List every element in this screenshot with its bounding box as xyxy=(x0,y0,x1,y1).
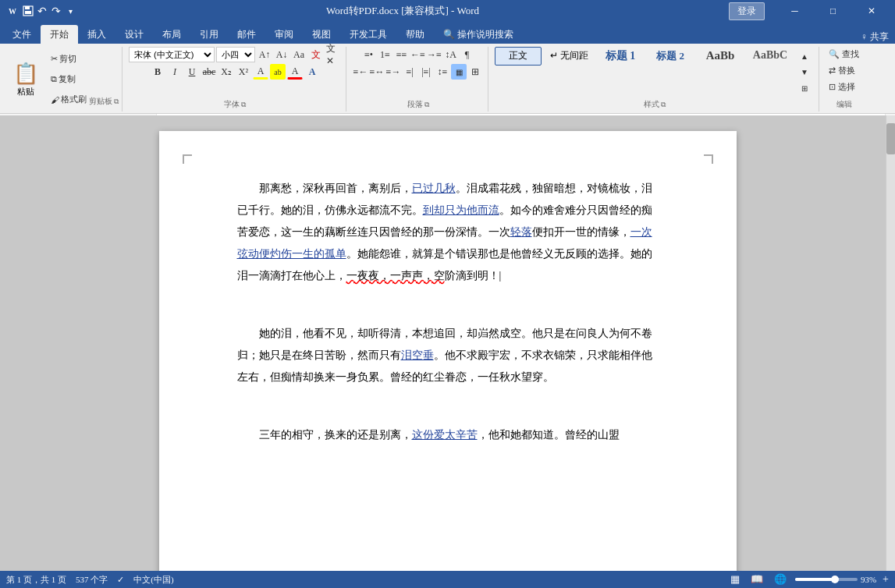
increase-indent-btn[interactable]: →≡ xyxy=(427,47,442,62)
sort-btn[interactable]: ↕A xyxy=(443,47,459,62)
styles-expand[interactable]: ⊞ xyxy=(797,80,812,96)
text-effect-btn[interactable]: A xyxy=(304,64,320,80)
tab-file[interactable]: 文件 xyxy=(3,25,41,44)
save-btn[interactable] xyxy=(22,5,34,17)
search-icon: 🔍 xyxy=(443,29,455,41)
style-heading1[interactable]: 标题 1 xyxy=(597,47,644,66)
customize-btn[interactable]: ▾ xyxy=(64,5,76,17)
font-row1: 宋体 (中文正文) 小四 A↑ A↓ Aa 文 文✕ xyxy=(129,47,341,62)
font-color-btn[interactable]: A xyxy=(253,64,268,80)
numbering-btn[interactable]: 1≡ xyxy=(378,47,393,62)
paste-label: 粘贴 xyxy=(17,86,34,97)
paragraph-3[interactable]: 三年的相守，换来的还是别离，这份爱太辛苦，他和她都知道。曾经的山盟 xyxy=(237,424,659,446)
undo-btn[interactable]: ↶ xyxy=(36,5,48,17)
paste-icon: 📋 xyxy=(13,62,38,86)
font-size-select[interactable]: 小四 xyxy=(216,47,255,62)
multilevel-btn[interactable]: ≡≡ xyxy=(394,47,410,62)
zoom-slider[interactable] xyxy=(795,578,858,581)
copy-button[interactable]: ⧉ 复制 xyxy=(48,73,89,86)
login-button[interactable]: 登录 xyxy=(729,2,765,20)
styles-group: 正文 ↵ 无间距 标题 1 标题 2 AaBb AaBbC ▲ ▼ ⊞ 样式 ⧉ xyxy=(490,47,819,112)
redo-btn[interactable]: ↷ xyxy=(50,5,62,17)
clear-format-btn[interactable]: 文✕ xyxy=(325,47,341,62)
paragraph-expand-icon[interactable]: ⧉ xyxy=(424,101,429,109)
superscript-btn[interactable]: X² xyxy=(236,64,251,80)
zoom-percent: 93% xyxy=(861,575,876,584)
border-btn[interactable]: ⊞ xyxy=(467,64,483,80)
vertical-scrollbar[interactable] xyxy=(886,115,895,571)
align-center-btn[interactable]: ≡↔ xyxy=(369,64,385,80)
decrease-font-btn[interactable]: A↓ xyxy=(274,47,289,62)
format-painter-button[interactable]: 🖌 格式刷 xyxy=(48,93,89,106)
justify-btn[interactable]: ≡| xyxy=(402,64,417,80)
char-shading-btn[interactable]: 文 xyxy=(308,47,324,62)
zoom-thumb[interactable] xyxy=(831,576,839,583)
align-left-btn[interactable]: ≡← xyxy=(353,64,368,80)
change-case-btn[interactable]: Aa xyxy=(291,47,307,62)
tab-home[interactable]: 开始 xyxy=(41,25,78,44)
close-button[interactable]: ✕ xyxy=(854,0,889,22)
tab-search[interactable]: 🔍 操作说明搜索 xyxy=(434,25,523,44)
clipboard-group: 📋 粘贴 ✂ 剪切 ⧉ 复制 🖌 格式刷 剪贴板 ⧉ xyxy=(3,47,123,112)
style-aabbcc-2[interactable]: AaBbC xyxy=(747,47,794,66)
tab-references[interactable]: 引用 xyxy=(190,25,228,44)
line-spacing-btn[interactable]: ↕≡ xyxy=(435,64,450,80)
strikethrough-btn[interactable]: abc xyxy=(201,64,217,80)
font-color2-btn[interactable]: A xyxy=(287,64,303,80)
select-button[interactable]: ⊡ 选择 xyxy=(826,80,858,94)
distribute-btn[interactable]: |≡| xyxy=(418,64,434,80)
underline-span-2: 到却只为他而流 xyxy=(423,204,499,216)
tab-mailings[interactable]: 邮件 xyxy=(228,25,265,44)
bold-button[interactable]: B xyxy=(150,64,165,80)
style-normal[interactable]: 正文 xyxy=(495,47,542,66)
read-mode-btn[interactable]: 📖 xyxy=(748,572,765,586)
style-no-spacing[interactable]: ↵ 无间距 xyxy=(545,47,594,66)
replace-button[interactable]: ⇄ 替换 xyxy=(826,63,858,78)
cut-label: 剪切 xyxy=(59,53,76,65)
increase-font-btn[interactable]: A↑ xyxy=(257,47,272,62)
font-name-select[interactable]: 宋体 (中文正文) xyxy=(129,47,215,62)
italic-button[interactable]: I xyxy=(167,64,183,80)
tab-review[interactable]: 审阅 xyxy=(265,25,303,44)
tab-help[interactable]: 帮助 xyxy=(396,25,434,44)
ribbon-tabs: 文件 开始 插入 设计 布局 引用 邮件 审阅 视图 开发工具 帮助 🔍 操作说… xyxy=(0,22,895,44)
minimize-button[interactable]: ─ xyxy=(777,0,812,22)
subscript-btn[interactable]: X₂ xyxy=(218,64,234,80)
tab-developer[interactable]: 开发工具 xyxy=(340,25,396,44)
web-layout-btn[interactable]: 🌐 xyxy=(772,572,789,586)
highlight-btn[interactable]: ab xyxy=(270,64,286,80)
paragraph-2[interactable]: 她的泪，他看不见，却听得清，本想追回，却岿然成空。他只是在问良人为何不卷归；她只… xyxy=(237,323,659,388)
shading-btn[interactable]: ▦ xyxy=(451,64,467,80)
clipboard-right: ✂ 剪切 ⧉ 复制 🖌 格式刷 xyxy=(48,48,89,110)
search-label: 操作说明搜索 xyxy=(457,28,513,41)
style-aabbcc-1[interactable]: AaBb xyxy=(697,47,744,66)
tab-view[interactable]: 视图 xyxy=(303,25,340,44)
bullets-btn[interactable]: ≡• xyxy=(361,47,377,62)
paste-button[interactable]: 📋 粘贴 xyxy=(6,48,45,110)
tab-insert[interactable]: 插入 xyxy=(78,25,115,44)
find-button[interactable]: 🔍 查找 xyxy=(826,47,862,62)
clipboard-expand-icon[interactable]: ⧉ xyxy=(114,97,119,106)
document-page[interactable]: 那离愁，深秋再回首，离别后，已过几秋。泪成霜花残，独留暗想，对镜梳妆，泪已千行。… xyxy=(159,131,737,571)
font-controls: 宋体 (中文正文) 小四 A↑ A↓ Aa 文 文✕ B I U abc X₂ … xyxy=(129,47,341,97)
align-right-btn[interactable]: ≡→ xyxy=(385,64,401,80)
paragraph-1[interactable]: 那离愁，深秋再回首，离别后，已过几秋。泪成霜花残，独留暗想，对镜梳妆，泪已千行。… xyxy=(237,178,659,287)
underline-button[interactable]: U xyxy=(184,64,200,80)
cut-button[interactable]: ✂ 剪切 xyxy=(48,52,89,66)
style-heading2[interactable]: 标题 2 xyxy=(647,47,694,66)
corner-tl xyxy=(183,154,192,164)
font-expand-icon[interactable]: ⧉ xyxy=(241,101,246,109)
tab-design[interactable]: 设计 xyxy=(115,25,153,44)
styles-expand-icon[interactable]: ⧉ xyxy=(661,101,666,109)
tab-layout[interactable]: 布局 xyxy=(153,25,190,44)
print-layout-btn[interactable]: ▦ xyxy=(728,572,742,586)
styles-scroll-up[interactable]: ▲ xyxy=(797,48,812,64)
zoom-fill xyxy=(795,578,833,581)
share-button[interactable]: ♀ 共享 xyxy=(861,30,889,44)
decrease-indent-btn[interactable]: ←≡ xyxy=(410,47,426,62)
status-left: 第 1 页，共 1 页 537 个字 ✓ 中文(中国) xyxy=(6,574,174,586)
styles-scroll-down[interactable]: ▼ xyxy=(797,65,812,80)
restore-button[interactable]: □ xyxy=(815,0,851,22)
zoom-in-btn[interactable]: + xyxy=(883,573,889,586)
show-marks-btn[interactable]: ¶ xyxy=(460,47,475,62)
